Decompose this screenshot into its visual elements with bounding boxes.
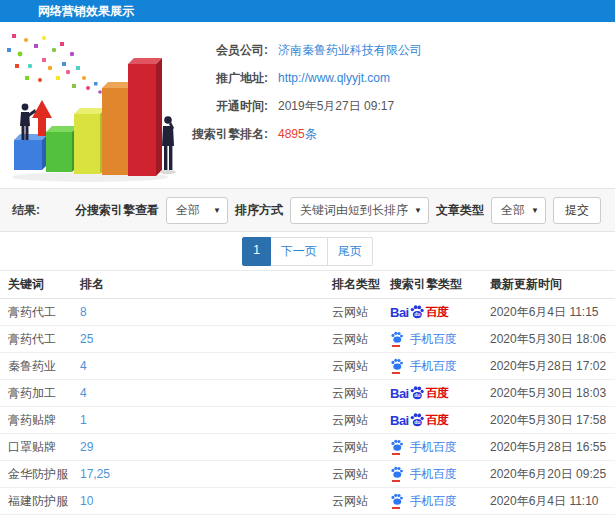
info-row-open-time: 开通时间: 2019年5月27日 09:17 [180, 92, 615, 120]
open-time-label: 开通时间: [180, 98, 268, 115]
cell-rank[interactable]: 4 [80, 353, 332, 380]
page-title: 网络营销效果展示 [0, 0, 615, 22]
table-row: 膏药加工 4 云网站 Bai du 百度 [0, 380, 615, 407]
cell-rank[interactable]: 10 [80, 488, 332, 515]
cell-keyword: 膏药贴牌 [0, 407, 80, 434]
cell-keyword: 膏药代工 [0, 326, 80, 353]
company-label: 会员公司: [180, 42, 268, 59]
cell-time: 2020年5月28日 16:55 [490, 434, 615, 461]
baidu-mobile-logo: 手机百度 [390, 466, 456, 483]
rank-count-number: 4895 [278, 127, 305, 141]
cell-rank[interactable] [80, 515, 332, 520]
table-row: 手机百度 [0, 515, 615, 520]
table-header-row: 关键词 排名 排名类型 搜索引擎类型 最新更新时间 [0, 271, 615, 299]
svg-text:du: du [414, 311, 420, 317]
mobile-baidu-underline [392, 345, 400, 347]
submit-button[interactable]: 提交 [553, 197, 601, 224]
baidu-paw-icon: du [409, 412, 425, 428]
article-type-select[interactable]: 全部▼ [491, 197, 546, 224]
cell-rank-type: 云网站 [332, 488, 390, 515]
baidu-mobile-logo: 手机百度 [390, 331, 456, 348]
mobile-baidu-paw-icon [390, 331, 404, 344]
cell-time [490, 515, 615, 520]
cell-keyword: 口罩贴牌 [0, 434, 80, 461]
engine-select[interactable]: 全部▼ [166, 197, 228, 224]
cell-time: 2020年5月30日 18:03 [490, 380, 615, 407]
cell-keyword: 膏药加工 [0, 380, 80, 407]
chevron-down-icon: ▼ [414, 198, 422, 223]
cell-rank-type: 云网站 [332, 407, 390, 434]
baidu-paw-icon: du [409, 385, 425, 401]
cell-rank[interactable]: 17,25 [80, 461, 332, 488]
filter-bar: 结果: 分搜索引擎查看 全部▼ 排序方式 关键词由短到长排序▼ 文章类型 全部▼… [0, 188, 615, 232]
header-update-time: 最新更新时间 [490, 271, 615, 299]
table-row: 膏药贴牌 1 云网站 Bai du 百度 [0, 407, 615, 434]
table-row: 膏药代工 25 云网站 手机百度 [0, 326, 615, 353]
cell-rank[interactable]: 1 [80, 407, 332, 434]
info-row-company: 会员公司: 济南秦鲁药业科技有限公司 [180, 36, 615, 64]
keyword-rank-table: 关键词 排名 排名类型 搜索引擎类型 最新更新时间 膏药代工 8 云网站 Bai [0, 270, 615, 520]
mobile-baidu-underline [392, 480, 400, 482]
header-rank: 排名 [80, 271, 332, 299]
sort-select[interactable]: 关键词由短到长排序▼ [290, 197, 429, 224]
cell-rank[interactable]: 25 [80, 326, 332, 353]
cell-rank-type: 云网站 [332, 434, 390, 461]
company-name-link[interactable]: 济南秦鲁药业科技有限公司 [278, 42, 422, 59]
cell-time: 2020年5月30日 17:58 [490, 407, 615, 434]
cell-rank-type: 云网站 [332, 461, 390, 488]
table-row: 秦鲁药业 4 云网站 手机百度 [0, 353, 615, 380]
header-keyword: 关键词 [0, 271, 80, 299]
baidu-mobile-logo: 手机百度 [390, 493, 456, 510]
baidu-mobile-logo: 手机百度 [390, 439, 456, 456]
businessman-right [160, 116, 176, 174]
last-page-button[interactable]: 尾页 [328, 237, 373, 266]
engine-filter-label: 分搜索引擎查看 [75, 202, 159, 219]
open-time-value: 2019年5月27日 09:17 [278, 98, 394, 115]
info-row-url: 推广地址: http://www.qlyyjt.com [180, 64, 615, 92]
mobile-baidu-paw-icon [390, 466, 404, 479]
bar-chart-growth-image [0, 28, 180, 186]
cell-rank[interactable]: 29 [80, 434, 332, 461]
filter-controls: 分搜索引擎查看 全部▼ 排序方式 关键词由短到长排序▼ 文章类型 全部▼ 提交 [75, 197, 615, 224]
baidu-pc-logo: Bai du 百度 [390, 304, 448, 321]
table-body: 膏药代工 8 云网站 Bai du 百度 [0, 299, 615, 520]
chevron-down-icon: ▼ [213, 198, 221, 223]
info-row-rank-count: 搜索引擎排名: 4895条 [180, 120, 615, 148]
table-row: 口罩贴牌 29 云网站 手机百度 [0, 434, 615, 461]
svg-text:du: du [414, 419, 420, 425]
baidu-mobile-logo: 手机百度 [390, 358, 456, 375]
cell-time: 2020年6月20日 09:25 [490, 461, 615, 488]
mobile-baidu-underline [392, 372, 400, 374]
mobile-baidu-underline [392, 507, 400, 509]
cell-time: 2020年5月28日 17:02 [490, 353, 615, 380]
page-1-button[interactable]: 1 [242, 237, 271, 266]
cell-rank-type: 云网站 [332, 353, 390, 380]
mobile-baidu-paw-icon [390, 358, 404, 371]
baidu-pc-logo: Bai du 百度 [390, 385, 448, 402]
result-label: 结果: [12, 202, 40, 219]
cell-keyword: 金华防护服 [0, 461, 80, 488]
article-type-label: 文章类型 [436, 202, 484, 219]
company-info-panel: 会员公司: 济南秦鲁药业科技有限公司 推广地址: http://www.qlyy… [180, 22, 615, 148]
cell-rank[interactable]: 8 [80, 299, 332, 326]
cell-time: 2020年6月4日 11:15 [490, 299, 615, 326]
next-page-button[interactable]: 下一页 [271, 237, 328, 266]
mobile-baidu-paw-icon [390, 439, 404, 452]
cell-rank[interactable]: 4 [80, 380, 332, 407]
table-row: 膏药代工 8 云网站 Bai du 百度 [0, 299, 615, 326]
pagination: 1 下一页 尾页 [0, 232, 615, 270]
cell-time: 2020年6月4日 11:10 [490, 488, 615, 515]
header-rank-type: 排名类型 [332, 271, 390, 299]
mobile-baidu-paw-icon [390, 493, 404, 506]
mobile-baidu-underline [392, 453, 400, 455]
chevron-down-icon: ▼ [531, 198, 539, 223]
cell-rank-type [332, 515, 390, 520]
promo-url-link[interactable]: http://www.qlyyjt.com [278, 71, 390, 85]
rank-count-label: 搜索引擎排名: [180, 126, 268, 143]
cell-rank-type: 云网站 [332, 299, 390, 326]
cell-keyword: 福建防护服 [0, 488, 80, 515]
header-engine-type: 搜索引擎类型 [390, 271, 490, 299]
cell-time: 2020年5月30日 18:06 [490, 326, 615, 353]
cell-rank-type: 云网站 [332, 380, 390, 407]
sort-label: 排序方式 [235, 202, 283, 219]
